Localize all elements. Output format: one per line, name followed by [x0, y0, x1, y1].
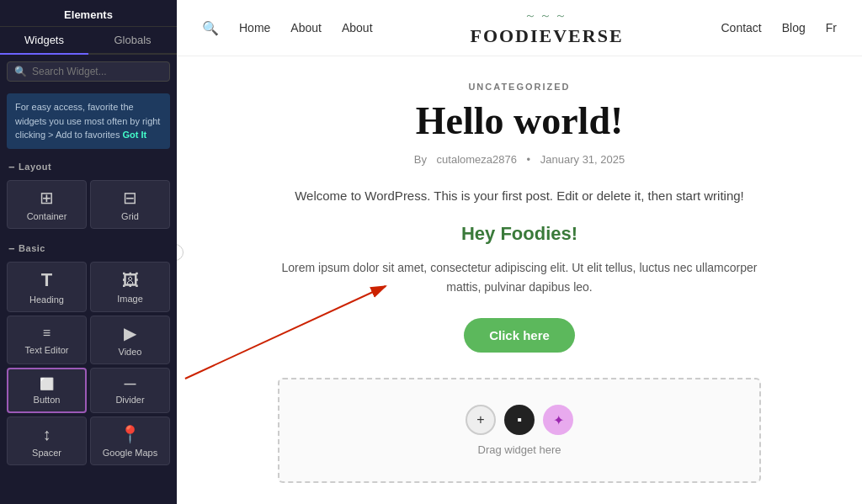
click-here-button[interactable]: Click here [464, 318, 575, 353]
logo-wave: ～～～ [470, 8, 623, 24]
post-meta: By cutalomeza2876 • January 31, 2025 [227, 153, 811, 166]
nav-link-about1[interactable]: About [290, 21, 322, 34]
widget-text-editor[interactable]: ≡ Text Editor [7, 316, 87, 364]
heading-label: Heading [29, 294, 64, 305]
sidebar: Elements Widgets Globals 🔍 For easy acce… [0, 0, 177, 504]
info-box: For easy access, favorite the widgets yo… [7, 93, 170, 149]
nav-center: ～～～ FOODIEVERSE [470, 8, 623, 47]
spacer-label: Spacer [32, 448, 61, 458]
nav-link-fr[interactable]: Fr [826, 21, 837, 34]
grid-icon: ⊟ [123, 189, 137, 206]
widget-container[interactable]: ⊞ Container [7, 180, 87, 229]
nav-link-about2[interactable]: About [342, 21, 373, 34]
widget-divider[interactable]: — Divider [90, 368, 170, 413]
spacer-icon: ↕ [43, 426, 51, 443]
text-editor-label: Text Editor [25, 345, 69, 355]
google-maps-icon: 📍 [120, 426, 141, 443]
image-label: Image [117, 294, 143, 304]
widget-spacer[interactable]: ↕ Spacer [7, 416, 87, 465]
post-category: UNCATEGORIZED [227, 82, 811, 92]
widget-heading[interactable]: T Heading [7, 262, 87, 312]
drop-magic-icon[interactable]: ✦ [543, 405, 573, 435]
drop-label: Drag widget here [478, 443, 561, 456]
search-icon: 🔍 [14, 66, 27, 77]
image-icon: 🖼 [122, 272, 139, 289]
tab-widgets[interactable]: Widgets [0, 27, 88, 55]
google-maps-label: Google Maps [103, 448, 157, 458]
widget-grid[interactable]: ⊟ Grid [90, 180, 170, 229]
tab-globals[interactable]: Globals [88, 27, 177, 55]
post-author: cutalomeza2876 [437, 153, 517, 166]
drop-zone-icons: + ▪ ✦ [466, 405, 573, 435]
widget-video[interactable]: ▶ Video [90, 316, 170, 364]
section-layout-label: Layout [0, 154, 177, 177]
site-nav: 🔍 Home About About ～～～ FOODIEVERSE Conta… [177, 0, 862, 56]
divider-label: Divider [115, 395, 144, 405]
drop-zone: + ▪ ✦ Drag widget here [278, 378, 761, 483]
nav-link-contact[interactable]: Contact [721, 21, 761, 34]
section-basic-label: Basic [0, 236, 177, 258]
info-cta[interactable]: Got It [123, 130, 147, 140]
button-label: Button [34, 395, 61, 405]
container-label: Container [27, 211, 67, 221]
post-content: UNCATEGORIZED Hello world! By cutalomeza… [177, 56, 862, 504]
canvas-wrapper: ‹ 🔍 Home About About ～～～ FOODIEVERSE Con… [177, 0, 862, 504]
search-input[interactable] [32, 66, 162, 77]
text-editor-icon: ≡ [43, 326, 51, 340]
post-dot: • [527, 153, 534, 166]
button-icon: ⬜ [40, 378, 54, 390]
nav-right: Contact Blog Fr [721, 21, 837, 34]
heading-icon: T [41, 271, 52, 289]
post-intro: Welcome to WordPress. This is your first… [227, 186, 811, 206]
main-area: ‹ 🔍 Home About About ～～～ FOODIEVERSE Con… [177, 0, 862, 504]
layout-widget-grid: ⊞ Container ⊟ Grid [0, 177, 177, 236]
drop-folder-icon[interactable]: ▪ [504, 405, 535, 435]
container-icon: ⊞ [40, 189, 54, 206]
post-date: January 31, 2025 [540, 153, 625, 166]
canvas: ‹ 🔍 Home About About ～～～ FOODIEVERSE Con… [177, 0, 862, 504]
search-box: 🔍 [7, 61, 170, 82]
nav-link-home[interactable]: Home [239, 21, 270, 34]
post-body: Lorem ipsum dolor sit amet, consectetur … [227, 258, 811, 299]
nav-search-icon[interactable]: 🔍 [202, 20, 219, 36]
post-by: By [414, 153, 427, 166]
widget-image[interactable]: 🖼 Image [90, 262, 170, 312]
post-title: Hello world! [227, 100, 811, 143]
tabs-row: Widgets Globals [0, 27, 177, 55]
video-label: Video [119, 347, 142, 357]
grid-label: Grid [121, 211, 139, 221]
basic-widget-grid: T Heading 🖼 Image ≡ Text Editor ▶ Video … [0, 258, 177, 472]
divider-icon: — [125, 378, 136, 390]
nav-left: 🔍 Home About About [202, 20, 373, 36]
logo-text: FOODIEVERSE [470, 25, 623, 46]
drop-plus-icon[interactable]: + [466, 405, 496, 435]
widget-google-maps[interactable]: 📍 Google Maps [90, 416, 170, 465]
widget-button[interactable]: ⬜ Button [7, 368, 87, 413]
post-subheading: Hey Foodies! [227, 223, 811, 245]
nav-link-blog[interactable]: Blog [782, 21, 806, 34]
sidebar-title: Elements [0, 0, 177, 27]
video-icon: ▶ [124, 325, 136, 342]
